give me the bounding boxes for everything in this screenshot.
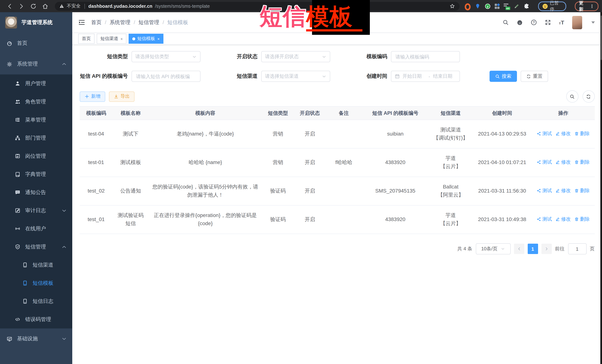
sidebar-item[interactable]: 部门管理 <box>0 129 72 147</box>
close-icon[interactable]: × <box>120 36 123 41</box>
sidebar-item-label: 角色管理 <box>25 98 46 105</box>
cell-name: 公告通知 <box>113 177 149 205</box>
bookmark-star-icon[interactable] <box>450 3 455 9</box>
filter-status: 开启状态 请选择开启状态 <box>209 51 330 62</box>
tag-active[interactable]: 短信模板× <box>129 34 163 44</box>
back-icon[interactable] <box>6 3 13 10</box>
sidebar-collapse-icon[interactable] <box>78 19 85 26</box>
channel-select[interactable]: 请选择短信渠道 <box>261 71 330 82</box>
breadcrumb-item[interactable]: 首页 <box>91 19 102 25</box>
test-link[interactable]: 测试 <box>537 158 552 166</box>
extension-pin-icon[interactable] <box>475 3 481 9</box>
edit-link[interactable]: 修改 <box>556 130 571 137</box>
prev-page-button[interactable] <box>514 244 524 254</box>
help-icon[interactable]: ? <box>531 19 537 26</box>
delete-link[interactable]: 删除 <box>574 215 590 223</box>
fullscreen-icon[interactable] <box>545 19 551 26</box>
search-icon[interactable] <box>503 19 509 26</box>
sidebar-item-label: 错误码管理 <box>25 316 51 323</box>
close-icon[interactable]: × <box>157 36 160 41</box>
browser-update-button[interactable]: 更新 ⋮ <box>575 1 598 11</box>
edit-link[interactable]: 修改 <box>556 187 571 194</box>
tag-item[interactable]: 首页 <box>78 34 95 44</box>
column-header: 模板内容 <box>149 106 262 120</box>
sidebar-item[interactable]: 字典管理 <box>0 165 72 183</box>
font-size-icon[interactable]: тT <box>559 20 564 25</box>
sidebar-item-label: 字典管理 <box>25 171 46 177</box>
sidebar-item[interactable]: 短信渠道 <box>0 256 72 274</box>
sidebar-item[interactable]: 用户管理 <box>0 74 72 93</box>
sms-template-table: 模板编码模板名称模板内容短信类型开启状态备注短信 API 的模板编号短信渠道创建… <box>80 106 595 234</box>
sidebar-item-label: 岗位管理 <box>25 153 46 159</box>
api-template-id-input[interactable] <box>135 73 197 79</box>
sidebar-item[interactable]: 菜单管理 <box>0 111 72 129</box>
test-link[interactable]: 测试 <box>537 215 552 223</box>
reset-button[interactable]: 重置 <box>521 71 548 82</box>
avatar[interactable] <box>572 16 582 29</box>
sidebar-item[interactable]: 基础设施 <box>0 328 72 349</box>
sidebar-item[interactable]: 岗位管理 <box>0 147 72 165</box>
home-icon[interactable] <box>42 3 49 10</box>
goto-page-input[interactable] <box>568 243 586 254</box>
extension-grid-icon[interactable] <box>495 3 500 9</box>
chevron-down-icon <box>61 208 67 213</box>
scrollbar-thumb[interactable] <box>601 16 602 60</box>
chevron-down-icon <box>322 74 326 79</box>
extension-y-icon[interactable]: y <box>485 3 491 9</box>
profile-paused-pill[interactable]: 已暂停 <box>538 1 566 11</box>
add-button[interactable]: 新增 <box>80 91 105 102</box>
current-page-button[interactable]: 1 <box>527 244 538 254</box>
cell-content: 老鸡{name}，牛逼{code} <box>149 120 262 148</box>
test-link[interactable]: 测试 <box>537 187 552 194</box>
refresh-table-button[interactable] <box>582 90 595 103</box>
chevron-down-icon[interactable] <box>590 19 596 26</box>
extension-ring-icon[interactable] <box>465 3 471 9</box>
refresh-icon <box>586 94 591 99</box>
extensions-row: y on 已暂停 更新 ⋮ <box>465 1 598 11</box>
tag-item[interactable]: 短信渠道× <box>97 34 127 44</box>
sms-icon <box>15 244 20 250</box>
sidebar-item[interactable]: 首页 <box>0 33 72 54</box>
sidebar-item[interactable]: 通知公告 <box>0 183 72 201</box>
sms-type-select[interactable]: 请选择短信类型 <box>131 51 201 62</box>
sidebar-item[interactable]: 短信日志 <box>0 292 72 310</box>
sidebar-item[interactable]: 在线用户 <box>0 219 72 238</box>
page-content: 短信类型 请选择短信类型 开启状态 请选择开启状态 <box>72 45 602 364</box>
forward-icon[interactable] <box>18 3 25 10</box>
breadcrumb-item[interactable]: 系统管理 <box>110 19 130 25</box>
edit-link[interactable]: 修改 <box>556 215 571 223</box>
sidebar-item[interactable]: 短信模板 <box>0 274 72 292</box>
sidebar-logo[interactable]: 芋道管理系统 <box>0 12 72 33</box>
column-header: 开启状态 <box>294 106 326 120</box>
next-page-button[interactable] <box>541 244 552 254</box>
address-bar[interactable]: 不安全 dashboard.yudao.iocoder.cn/system/sm… <box>55 2 460 10</box>
cell-api-template-id: SMS_207945135 <box>362 177 429 205</box>
sidebar-item[interactable]: 角色管理 <box>0 93 72 111</box>
extensions-puzzle-icon[interactable] <box>523 3 529 9</box>
test-link[interactable]: 测试 <box>537 130 552 137</box>
sidebar-item[interactable]: 短信管理 <box>0 238 72 256</box>
sidebar-item[interactable]: 错误码管理 <box>0 310 72 328</box>
sidebar-item-label: 短信模板 <box>32 280 53 286</box>
sidebar-item[interactable]: 系统管理 <box>0 54 72 74</box>
breadcrumb: 首页/系统管理/短信管理/短信模板 <box>91 19 188 26</box>
search-button[interactable]: 搜索 <box>490 71 517 82</box>
github-icon[interactable] <box>517 19 523 26</box>
delete-link[interactable]: 删除 <box>574 130 590 137</box>
edit-link[interactable]: 修改 <box>556 158 571 166</box>
toggle-search-button[interactable] <box>566 90 578 103</box>
breadcrumb-item[interactable]: 短信管理 <box>139 19 159 25</box>
export-button[interactable]: 导出 <box>109 91 135 102</box>
date-range-picker[interactable]: 开始日期 - 结束日期 <box>391 71 460 82</box>
sidebar-item[interactable]: 审计日志 <box>0 201 72 219</box>
delete-link[interactable]: 删除 <box>574 187 590 194</box>
extension-pen-icon[interactable] <box>513 3 519 9</box>
menu-dots-icon[interactable]: ⋮ <box>590 3 594 9</box>
extension-list-icon[interactable]: on <box>504 3 510 9</box>
window-scrollbar[interactable] <box>600 12 602 364</box>
delete-link[interactable]: 删除 <box>574 158 590 166</box>
page-size-select[interactable]: 10条/页 <box>476 243 510 254</box>
status-select[interactable]: 请选择开启状态 <box>261 51 330 62</box>
template-code-input[interactable] <box>395 53 456 60</box>
reload-icon[interactable] <box>30 3 37 10</box>
